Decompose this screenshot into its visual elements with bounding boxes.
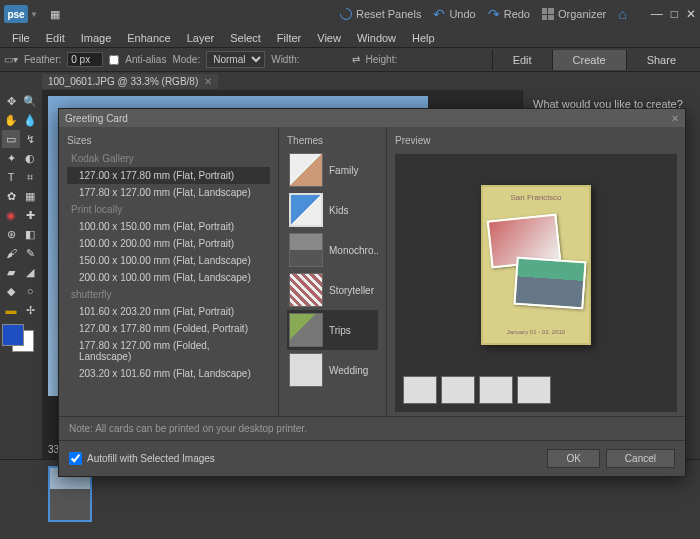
mode-select[interactable]: Normal	[206, 51, 265, 68]
minimize-button[interactable]: —	[651, 7, 663, 21]
color-swatch[interactable]	[2, 324, 34, 352]
selection-tool-icon[interactable]: ▭▾	[4, 54, 18, 65]
reset-panels-button[interactable]: Reset Panels	[340, 8, 421, 20]
menu-file[interactable]: File	[4, 32, 38, 44]
tool-redeye[interactable]: ◉	[2, 206, 20, 224]
document-tab-label: 100_0601.JPG @ 33.3% (RGB/8)	[48, 76, 198, 87]
tool-eraser[interactable]: ◧	[21, 225, 39, 243]
preview-thumb[interactable]	[479, 376, 513, 404]
size-item[interactable]: 101.60 x 203.20 mm (Flat, Portrait)	[67, 303, 270, 320]
dialog-note: Note: All cards can be printed on your d…	[59, 416, 685, 440]
fg-color[interactable]	[2, 324, 24, 346]
tool-gradient[interactable]: ◢	[21, 263, 39, 281]
menu-layer[interactable]: Layer	[179, 32, 223, 44]
tool-type[interactable]: T	[2, 168, 20, 186]
constrain-icon[interactable]: ⇄	[352, 54, 360, 65]
tool-clone[interactable]: ⊛	[2, 225, 20, 243]
document-icon[interactable]: ▦	[48, 7, 62, 21]
menu-select[interactable]: Select	[222, 32, 269, 44]
size-item[interactable]: 200.00 x 100.00 mm (Flat, Landscape)	[67, 269, 270, 286]
dialog-close-icon[interactable]: ✕	[671, 113, 679, 124]
logo-dropdown-icon[interactable]: ▼	[30, 10, 38, 19]
preview-thumb[interactable]	[403, 376, 437, 404]
menu-image[interactable]: Image	[73, 32, 120, 44]
theme-trips[interactable]: Trips	[287, 310, 378, 350]
tool-smartbrush[interactable]: ✎	[21, 244, 39, 262]
tool-blur[interactable]: ○	[21, 282, 39, 300]
size-group: shutterfly	[67, 286, 270, 303]
menu-filter[interactable]: Filter	[269, 32, 309, 44]
theme-thumb	[289, 193, 323, 227]
menu-window[interactable]: Window	[349, 32, 404, 44]
reset-icon	[337, 6, 354, 23]
undo-button[interactable]: ↶Undo	[433, 6, 475, 22]
theme-family[interactable]: Family	[287, 150, 378, 190]
size-item[interactable]: 177.80 x 127.00 mm (Folded, Landscape)	[67, 337, 270, 365]
size-item[interactable]: 127.00 x 177.80 mm (Folded, Portrait)	[67, 320, 270, 337]
redo-button[interactable]: ↷Redo	[488, 6, 530, 22]
autofill-input[interactable]	[69, 452, 82, 465]
sizes-list[interactable]: Kodak Gallery 127.00 x 177.80 mm (Flat, …	[67, 150, 270, 412]
themes-heading: Themes	[287, 131, 378, 150]
tool-detail[interactable]: ✢	[21, 301, 39, 319]
tool-healing[interactable]: ✚	[21, 206, 39, 224]
size-item[interactable]: 100.00 x 150.00 mm (Flat, Portrait)	[67, 218, 270, 235]
tool-fill[interactable]: ▰	[2, 263, 20, 281]
card-title: San Francisco	[489, 193, 583, 202]
menu-edit[interactable]: Edit	[38, 32, 73, 44]
menu-enhance[interactable]: Enhance	[119, 32, 178, 44]
tool-brush[interactable]: 🖌	[2, 244, 20, 262]
theme-kids[interactable]: Kids	[287, 190, 378, 230]
menu-help[interactable]: Help	[404, 32, 443, 44]
home-icon[interactable]: ⌂	[618, 6, 626, 22]
tab-edit[interactable]: Edit	[492, 50, 552, 70]
feather-input[interactable]	[67, 52, 103, 67]
tool-lasso[interactable]: ↯	[21, 130, 39, 148]
theme-mono[interactable]: Monochro...	[287, 230, 378, 270]
tool-marquee[interactable]: ▭	[2, 130, 20, 148]
height-label: Height:	[366, 54, 398, 65]
card-date: January 01 - 02, 2010	[483, 329, 589, 335]
size-item[interactable]: 100.00 x 200.00 mm (Flat, Portrait)	[67, 235, 270, 252]
theme-story[interactable]: Storyteller	[287, 270, 378, 310]
size-item[interactable]: 203.20 x 101.60 mm (Flat, Landscape)	[67, 365, 270, 382]
size-item[interactable]: 150.00 x 100.00 mm (Flat, Landscape)	[67, 252, 270, 269]
autofill-checkbox[interactable]: Autofill with Selected Images	[69, 452, 215, 465]
tool-quicksel[interactable]: ◐	[21, 149, 39, 167]
theme-thumb	[289, 353, 323, 387]
tool-cookie[interactable]: ✿	[2, 187, 20, 205]
tool-zoom[interactable]: 🔍	[21, 92, 39, 110]
tool-shape[interactable]: ◆	[2, 282, 20, 300]
close-button[interactable]: ✕	[686, 7, 696, 21]
size-group: Kodak Gallery	[67, 150, 270, 167]
tool-hand[interactable]: ✋	[2, 111, 20, 129]
ok-button[interactable]: OK	[547, 449, 599, 468]
redo-icon: ↷	[488, 6, 500, 22]
app-logo[interactable]: pse	[4, 5, 28, 23]
tool-wand[interactable]: ✦	[2, 149, 20, 167]
document-tab-close[interactable]: ✕	[204, 76, 212, 87]
dialog-title: Greeting Card	[65, 113, 128, 124]
size-item[interactable]: 177.80 x 127.00 mm (Flat, Landscape)	[67, 184, 270, 201]
dialog-titlebar[interactable]: Greeting Card ✕	[59, 109, 685, 127]
size-item[interactable]: 127.00 x 177.80 mm (Flat, Portrait)	[67, 167, 270, 184]
tool-eyedrop[interactable]: 💧	[21, 111, 39, 129]
menu-view[interactable]: View	[309, 32, 349, 44]
preview-thumb[interactable]	[517, 376, 551, 404]
organizer-button[interactable]: Organizer	[542, 8, 606, 20]
preview-thumb[interactable]	[441, 376, 475, 404]
antialias-checkbox[interactable]	[109, 55, 119, 65]
themes-list[interactable]: Family Kids Monochro... Storyteller Trip…	[287, 150, 378, 412]
tool-recompose[interactable]: ▦	[21, 187, 39, 205]
tool-sponge[interactable]: ▬	[2, 301, 20, 319]
document-tab[interactable]: 100_0601.JPG @ 33.3% (RGB/8) ✕	[42, 74, 218, 89]
maximize-button[interactable]: □	[671, 7, 678, 21]
tab-share[interactable]: Share	[626, 50, 696, 70]
tool-move[interactable]: ✥	[2, 92, 20, 110]
cancel-button[interactable]: Cancel	[606, 449, 675, 468]
preview-card: San Francisco January 01 - 02, 2010	[481, 185, 591, 345]
tab-create[interactable]: Create	[552, 50, 626, 70]
preview-area: San Francisco January 01 - 02, 2010	[395, 154, 677, 412]
tool-crop[interactable]: ⌗	[21, 168, 39, 186]
theme-wedding[interactable]: Wedding	[287, 350, 378, 390]
